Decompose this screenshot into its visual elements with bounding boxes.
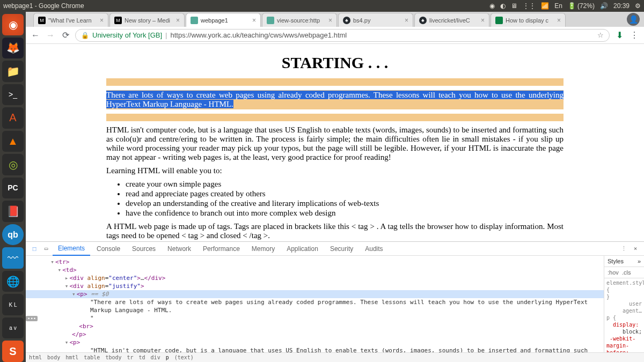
power-icon[interactable]: ⚙ [635, 2, 641, 10]
url-text: https://www.york.ac.uk/teaching/cws/wws/… [170, 31, 347, 39]
profile-button[interactable]: 👤 [627, 13, 640, 26]
menu-button[interactable]: ⋮ [629, 30, 640, 41]
bullet-list: create your own simple pages read and ap… [126, 180, 564, 218]
tab-0[interactable]: M "What I've Learn × [33, 13, 108, 27]
styles-tab[interactable]: Styles [608, 258, 624, 264]
inspect-element-icon[interactable]: ⬚ [29, 243, 40, 254]
reload-button[interactable]: ⟳ [60, 30, 71, 41]
dash-icon[interactable]: ◉ [2, 14, 24, 35]
chrome-icon[interactable]: 🌐 [2, 271, 24, 292]
cls-toggle[interactable]: .cls [622, 269, 631, 276]
tab-2[interactable]: webpage1 × [186, 13, 261, 27]
close-icon[interactable]: × [176, 17, 180, 24]
devtools-tab-application[interactable]: Application [281, 242, 324, 255]
address-bar: ← → ⟳ 🔒 University of York [GB] | https:… [26, 27, 644, 44]
favicon-icon [191, 17, 198, 24]
elements-tree[interactable]: <tr> <td> <div align="center">…</div> <d… [26, 256, 604, 352]
close-icon[interactable]: × [100, 17, 104, 24]
wifi-icon[interactable]: ⋮⋮ [523, 2, 536, 10]
hov-toggle[interactable]: :hov [608, 269, 619, 276]
chrome-tray-icon[interactable]: ◉ [489, 2, 495, 10]
kl-icon[interactable]: K L [2, 294, 24, 315]
paragraph: Learning HTML will enable you to: [106, 166, 564, 175]
devtools-tab-security[interactable]: Security [325, 242, 358, 255]
devtools-tab-memory[interactable]: Memory [246, 242, 280, 255]
pycharm-icon[interactable]: PC [2, 178, 24, 199]
divider [106, 114, 564, 121]
more-icon[interactable]: » [638, 258, 641, 264]
software-center-icon[interactable]: A [2, 107, 24, 129]
tab-4[interactable]: ♠ bs4.py × [338, 13, 413, 27]
divider [106, 78, 564, 86]
browser-window: M "What I've Learn × M New story – Medi … [26, 12, 644, 362]
clock[interactable]: 20:39 [613, 2, 630, 10]
tab-strip: M "What I've Learn × M New story – Medi … [26, 12, 644, 27]
devtools-menu-icon[interactable]: ⋮ [618, 243, 629, 254]
page-title: STARTING . . . [106, 54, 564, 72]
devtools-tab-audits[interactable]: Audits [360, 242, 388, 255]
device-toggle-icon[interactable]: ▭ [41, 243, 52, 254]
list-item: have the confidence to branch out into m… [126, 209, 564, 218]
devtools-tab-network[interactable]: Network [162, 242, 196, 255]
close-icon[interactable]: × [557, 17, 561, 24]
sublime-icon[interactable]: S [2, 341, 24, 362]
styles-pane[interactable]: Styles» :hov .cls element.style { } user… [604, 256, 644, 352]
favicon-icon [495, 17, 503, 24]
paragraph-highlighted: There are lots of ways to create web pag… [106, 90, 564, 109]
paragraph: A HTML web page is made up of tags. Tags… [106, 222, 564, 240]
collapse-ellipsis-icon[interactable]: ••• [26, 316, 38, 321]
unity-launcher: ◉ 🦊 📁 >_ A ▲ ◎ PC 📕 qb 〰 🌐 K L a v S [0, 12, 26, 362]
tab-1[interactable]: M New story – Medi × [109, 13, 185, 27]
devtools-toolbar: ⬚ ▭ Elements Console Sources Network Per… [26, 242, 644, 256]
yin-yang-icon[interactable]: ◐ [500, 2, 506, 10]
window-title: webpage1 - Google Chrome [3, 2, 489, 10]
battery-indicator[interactable]: 🔋 (72%) [568, 2, 595, 10]
firefox-icon[interactable]: 🦊 [2, 38, 24, 59]
android-studio-icon[interactable]: ◎ [2, 154, 24, 175]
list-item: develop an understanding of the creative… [126, 199, 564, 208]
list-item: read and appreciate pages created by oth… [126, 189, 564, 198]
forward-button[interactable]: → [45, 30, 56, 41]
devtools-panel: ⬚ ▭ Elements Console Sources Network Per… [26, 241, 644, 362]
devtools-close-icon[interactable]: × [630, 243, 641, 254]
close-icon[interactable]: × [481, 17, 485, 24]
files-icon[interactable]: 📁 [2, 61, 24, 82]
books-icon[interactable]: 📕 [2, 201, 24, 222]
tab-3[interactable]: view-source:http × [262, 13, 337, 27]
volume-icon[interactable]: 🔊 [600, 2, 608, 10]
devtools-tab-elements[interactable]: Elements [53, 242, 90, 256]
tab-5[interactable]: ♠ livecricket/liveC × [414, 13, 489, 27]
extension-icon[interactable]: ⬇ [614, 30, 625, 41]
page-viewport[interactable]: p954 × 36 STARTING . . . There are lots … [26, 44, 644, 241]
ev-cert-label: University of York [GB] [92, 31, 162, 39]
system-bar: webpage1 - Google Chrome ◉ ◐ 🖥 ⋮⋮ 📶 En 🔋… [0, 0, 644, 12]
back-button[interactable]: ← [30, 30, 41, 41]
paragraph: HTML isn't computer code, but is a langu… [106, 125, 564, 162]
qbittorrent-icon[interactable]: qb [2, 224, 24, 246]
bookmark-icon[interactable]: ☆ [597, 31, 604, 39]
waveform-icon[interactable]: 〰 [2, 247, 24, 269]
devtools-tab-console[interactable]: Console [91, 242, 126, 255]
screen-icon[interactable]: 🖥 [511, 2, 517, 10]
github-icon: ♠ [419, 17, 427, 24]
favicon-icon: M [114, 17, 122, 24]
favicon-icon: M [38, 17, 46, 24]
system-tray: ◉ ◐ 🖥 ⋮⋮ 📶 En 🔋 (72%) 🔊 20:39 ⚙ [489, 2, 641, 10]
breadcrumb[interactable]: html body hmtl table tbody tr td div p (… [26, 352, 644, 362]
av-icon[interactable]: a v [2, 317, 24, 339]
tab-6[interactable]: How to display c × [491, 13, 566, 27]
vlc-icon[interactable]: ▲ [2, 131, 24, 152]
favicon-icon [267, 17, 274, 24]
close-icon[interactable]: × [405, 17, 408, 24]
omnibox[interactable]: 🔒 University of York [GB] | https://www.… [75, 29, 610, 42]
network-icon[interactable]: 📶 [541, 2, 549, 10]
language-indicator[interactable]: En [554, 2, 562, 10]
github-icon: ♠ [343, 17, 350, 24]
lock-icon: 🔒 [81, 32, 89, 39]
devtools-tab-sources[interactable]: Sources [127, 242, 161, 255]
terminal-icon[interactable]: >_ [2, 84, 24, 106]
list-item: create your own simple pages [126, 180, 564, 189]
devtools-tab-performance[interactable]: Performance [197, 242, 245, 255]
close-icon[interactable]: × [328, 17, 332, 24]
close-icon[interactable]: × [252, 17, 256, 24]
